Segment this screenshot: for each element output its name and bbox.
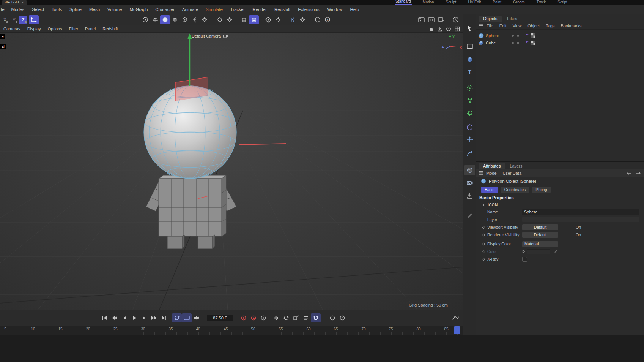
y-axis-lock-button[interactable]: Y [10,16,18,24]
phong-tag-icon[interactable] [525,41,529,45]
menu-simulate[interactable]: Simulate [202,7,227,12]
sphere-mode-button[interactable] [464,165,475,175]
render-visibility-dot[interactable] [517,42,519,44]
menu-character[interactable]: Character [151,7,178,12]
autokey-button[interactable]: A [249,313,258,322]
workplane-button[interactable] [464,122,475,133]
fcurve-editor-button[interactable] [451,313,461,322]
vpmenu-redshift[interactable]: Redshift [99,27,121,31]
om-menu-object[interactable]: Object [524,24,543,28]
section-tab-phong[interactable]: Phong [532,187,551,193]
tab-objects[interactable]: Objects [479,16,502,22]
hexagon-a-tool-button[interactable]: A [323,15,332,24]
render-view-button[interactable] [417,15,427,24]
menu-volume[interactable]: Volume [104,7,126,12]
toggle-quad-view-button[interactable] [453,25,461,32]
viewport-visibility-state[interactable]: On [576,225,581,229]
vpmenu-panel[interactable]: Panel [82,27,99,31]
bend-tool-button[interactable] [464,149,475,160]
hamburger-icon[interactable] [479,171,483,175]
target-settings-button[interactable] [273,15,283,24]
shaded-cube-tool-button[interactable] [170,15,180,24]
camera-view-button[interactable] [464,177,475,188]
menu-modes[interactable]: Modes [8,7,28,12]
vpmenu-cameras[interactable]: Cameras [0,27,24,31]
object-row-sphere[interactable]: Sphere [476,32,644,39]
dolly-button[interactable] [436,25,444,32]
playhead[interactable] [454,326,460,334]
cut-settings-button[interactable] [298,15,307,24]
menu-mesh[interactable]: Mesh [85,7,104,12]
camera-label[interactable]: Default Camera [192,34,228,38]
snap-button[interactable] [311,313,321,322]
menu-mograph[interactable]: MoGraph [126,7,151,12]
om-menu-view[interactable]: View [510,24,525,28]
renderer-visibility-dropdown[interactable]: Default [522,232,558,238]
vpmenu-filter[interactable]: Filter [66,27,82,31]
figure-tool-button[interactable] [190,15,200,24]
select-arrow-button[interactable] [464,23,475,34]
layout-tab-sculpt[interactable]: Sculpt [445,0,457,5]
layout-tab-uvedit[interactable]: UV Edit [467,0,482,5]
previous-frame-button[interactable] [120,313,129,322]
record-rotation-button[interactable] [281,313,291,322]
render-settings-button[interactable] [436,15,446,24]
tab-close-icon[interactable]: ✕ [22,1,24,4]
uvw-tag-icon[interactable] [531,33,535,38]
viewport-visibility-dot[interactable] [512,42,514,44]
previous-key-button[interactable] [110,313,120,322]
tab-takes[interactable]: Takes [502,16,522,22]
om-menu-edit[interactable]: Edit [496,24,510,28]
layout-tab-script[interactable]: Script [557,0,568,5]
om-menu-file[interactable]: File [483,24,496,28]
viewport-visibility-dot[interactable] [512,35,514,37]
keyframe-selection-button[interactable] [258,313,268,322]
section-tab-basic[interactable]: Basic [481,187,498,193]
om-menu-tags[interactable]: Tags [543,24,557,28]
tab-layers[interactable]: Layers [505,163,527,169]
menu-spline[interactable]: Spline [66,7,85,12]
name-input[interactable]: Sphere [522,209,639,215]
sound-button[interactable] [192,313,202,322]
transform-axes-button[interactable] [464,134,475,145]
keyframe-diamond-icon[interactable] [482,226,487,229]
render-queue-button[interactable] [427,15,436,24]
coordinate-system-button[interactable] [29,15,39,24]
grid-snap-button[interactable] [249,15,259,24]
next-key-button[interactable] [149,313,159,322]
object-row-cube[interactable]: Cube [476,39,644,46]
object-name[interactable]: Cube [486,41,496,45]
document-tab[interactable]: dfkdf.c4d ✕ [2,0,27,5]
display-color-dropdown[interactable]: Material [522,241,558,247]
hamburger-icon[interactable] [479,24,483,27]
forward-arrow-icon[interactable] [636,171,641,175]
uvw-tag-icon[interactable] [531,41,535,45]
rotate-tool-button[interactable] [215,15,225,24]
z-axis-lock-button[interactable]: Z [19,16,27,24]
hexagon-tool-button[interactable] [313,15,323,24]
viewport-3d[interactable]: Default Camera e al Y X Z Grid Spacing :… [0,33,463,310]
keyframe-diamond-icon[interactable] [482,242,487,246]
timeline-ruler[interactable]: 5 10 15 20 25 30 35 40 45 50 55 60 65 70… [0,326,463,335]
menu-tracker[interactable]: Tracker [227,7,249,12]
record-scale-button[interactable] [291,313,301,322]
circle-dot-tool-button[interactable] [140,15,150,24]
simulate-settings-button[interactable] [200,15,209,24]
phong-tag-icon[interactable] [525,33,529,38]
xray-checkbox[interactable] [522,257,527,262]
target-tool-button[interactable] [263,15,273,24]
goto-start-button[interactable] [100,313,110,322]
rotate-settings-button[interactable] [225,15,235,24]
y-axis-handle[interactable] [187,33,192,86]
history-button[interactable] [445,25,452,32]
layout-tab-groom[interactable]: Groom [512,0,526,5]
annotate-pencil-button[interactable] [464,209,475,220]
model-mode-button[interactable] [464,54,475,65]
cube-tool-button[interactable] [180,15,190,24]
clock-button[interactable] [451,15,461,24]
menu-tools[interactable]: Tools [48,7,66,12]
keyframe-diamond-icon[interactable] [482,233,487,237]
texture-mode-button[interactable]: T [464,66,475,77]
next-frame-button[interactable] [139,313,149,322]
renderer-visibility-state[interactable]: On [576,232,581,237]
